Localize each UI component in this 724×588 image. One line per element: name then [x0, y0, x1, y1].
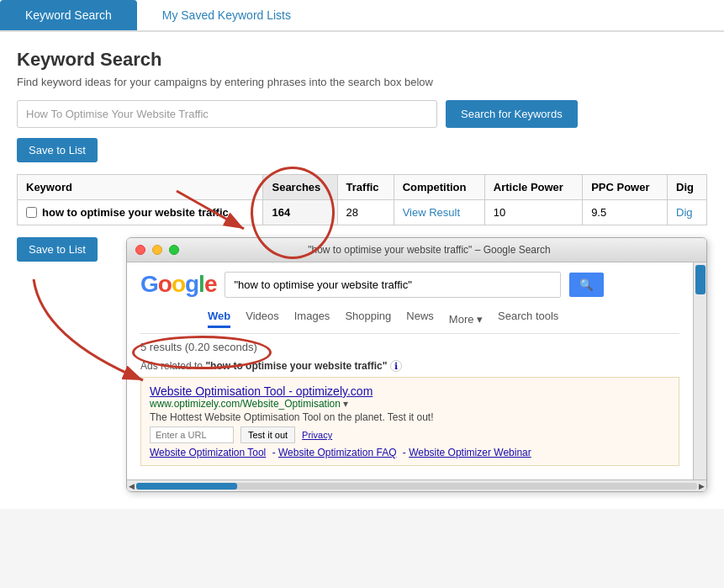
keyword-value: how to optimise your website traffic: [42, 206, 229, 219]
ad-sitelinks: Test it out Privacy: [150, 426, 670, 443]
col-header-keyword: Keyword: [18, 175, 263, 200]
left-spacer: Save to List: [17, 237, 118, 273]
save-to-list-button-1[interactable]: Save to List: [17, 138, 98, 162]
cell-dig: Dig: [668, 200, 707, 225]
col-header-competition: Competition: [394, 175, 484, 200]
google-search-row: Google 🔍: [140, 271, 679, 298]
ad-footer-links: Website Optimization Tool - Website Opti…: [150, 447, 670, 458]
tab-bar: Keyword Search My Saved Keyword Lists: [0, 0, 724, 32]
results-count: 5 results (0.20 seconds): [140, 341, 257, 353]
browser-window: "how to optimise your website traffic" –…: [126, 237, 707, 492]
ad-footer-link-2[interactable]: Website Optimization FAQ: [278, 447, 397, 458]
col-header-article-power: Article Power: [484, 175, 582, 200]
ad-url-input[interactable]: [150, 426, 234, 443]
tab-keyword-search[interactable]: Keyword Search: [0, 0, 137, 30]
save-to-list-button-2[interactable]: Save to List: [17, 237, 98, 262]
google-search-button[interactable]: 🔍: [569, 273, 604, 297]
nav-news[interactable]: News: [406, 310, 434, 328]
keyword-table-section: Keyword Searches Traffic Competition Art…: [17, 174, 707, 225]
page-title: Keyword Search: [17, 49, 707, 71]
browser-content: Google 🔍 Web Videos Images Shopping News: [127, 262, 693, 479]
scrollbar-thumb[interactable]: [695, 265, 706, 294]
ad-privacy-link[interactable]: Privacy: [302, 430, 332, 440]
cell-traffic: 28: [337, 200, 394, 225]
ad-test-button[interactable]: Test it out: [240, 426, 295, 443]
google-search-input[interactable]: [225, 272, 561, 298]
view-result-link[interactable]: View Result: [403, 206, 460, 219]
traffic-light-red[interactable]: [135, 245, 145, 255]
browser-title: "how to optimise your website traffic" –…: [161, 244, 698, 256]
hscroll-track[interactable]: [136, 483, 697, 490]
cell-ppc-power: 9.5: [583, 200, 668, 225]
tab-saved-lists[interactable]: My Saved Keyword Lists: [137, 0, 316, 30]
nav-search-tools[interactable]: Search tools: [498, 310, 558, 328]
hscroll-thumb[interactable]: [136, 483, 237, 490]
col-header-dig: Dig: [668, 175, 707, 200]
google-nav: Web Videos Images Shopping News More ▾ S…: [140, 306, 679, 334]
cell-competition: View Result: [394, 200, 484, 225]
col-header-traffic: Traffic: [337, 175, 394, 200]
ad-url: www.optimizely.com/Website_Optimisation …: [150, 398, 670, 410]
search-row: Search for Keywords: [17, 100, 707, 128]
cell-searches: 164: [263, 200, 337, 225]
nav-shopping[interactable]: Shopping: [345, 310, 391, 328]
ad-block: Website Optimisation Tool - optimizely.c…: [140, 377, 679, 466]
nav-more[interactable]: More ▾: [449, 310, 483, 328]
browser-hscrollbar[interactable]: ◀ ▶: [127, 479, 706, 491]
browser-body: Google 🔍 Web Videos Images Shopping News: [127, 262, 706, 479]
nav-images[interactable]: Images: [294, 310, 330, 328]
col-header-searches: Searches: [263, 175, 337, 200]
ad-footer-link-3[interactable]: Website Optimizer Webinar: [409, 447, 531, 458]
google-logo: Google: [140, 271, 216, 298]
table-row: how to optimise your website traffic 164…: [18, 200, 707, 225]
page-subtitle: Find keyword ideas for your campaigns by…: [17, 76, 707, 88]
ad-title-link[interactable]: Website Optimisation Tool - optimizely.c…: [150, 384, 373, 398]
ad-footer-link-1[interactable]: Website Optimization Tool: [150, 447, 266, 458]
row-checkbox[interactable]: [26, 207, 37, 218]
search-keywords-button[interactable]: Search for Keywords: [446, 100, 578, 128]
ads-related-label: Ads related to "how to optimise your web…: [140, 360, 679, 372]
cell-article-power: 10: [484, 200, 582, 225]
cell-keyword: how to optimise your website traffic: [18, 200, 263, 225]
browser-scrollbar[interactable]: [693, 262, 706, 479]
keyword-table: Keyword Searches Traffic Competition Art…: [17, 174, 707, 225]
main-content: Keyword Search Find keyword ideas for yo…: [0, 32, 724, 509]
hscroll-left[interactable]: ◀: [129, 482, 135, 490]
search-input[interactable]: [17, 100, 437, 128]
google-content: Google 🔍 Web Videos Images Shopping News: [127, 262, 693, 479]
hscroll-right[interactable]: ▶: [699, 482, 705, 490]
results-info-row: 5 results (0.20 seconds): [140, 341, 679, 353]
nav-web[interactable]: Web: [208, 310, 230, 328]
ad-description: The Hottest Website Optimisation Tool on…: [150, 411, 670, 423]
browser-titlebar: "how to optimise your website traffic" –…: [127, 238, 706, 262]
dig-link[interactable]: Dig: [676, 206, 693, 219]
col-header-ppc-power: PPC Power: [583, 175, 668, 200]
nav-videos[interactable]: Videos: [246, 310, 279, 328]
second-section: Save to List "how to optimise your websi…: [17, 237, 707, 492]
